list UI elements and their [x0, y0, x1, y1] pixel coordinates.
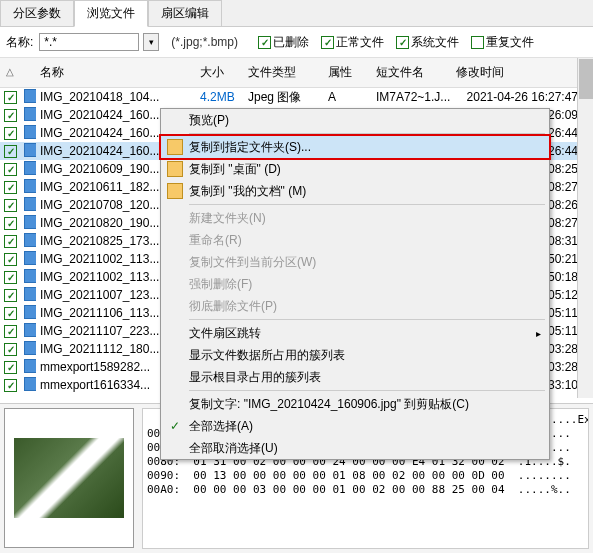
menu-copy-to-desktop-label: 复制到 "桌面" (D) — [189, 161, 281, 178]
row-checkbox[interactable]: ✓ — [4, 127, 17, 140]
checkbox-system[interactable]: ✓ — [396, 36, 409, 49]
row-checkbox[interactable]: ✓ — [4, 235, 17, 248]
file-icon — [24, 215, 36, 229]
row-checkbox[interactable]: ✓ — [4, 379, 17, 392]
menu-separator — [189, 204, 545, 205]
menu-sector-jump[interactable]: 文件扇区跳转▸ — [161, 322, 549, 344]
checkbox-deleted[interactable]: ✓ — [258, 36, 271, 49]
filter-label: 名称: — [6, 34, 33, 51]
row-checkbox[interactable]: ✓ — [4, 271, 17, 284]
file-icon — [24, 143, 36, 157]
header-date[interactable]: 修改时间 — [452, 62, 582, 83]
menu-new-folder: 新建文件夹(N) — [161, 207, 549, 229]
file-icon — [24, 269, 36, 283]
column-headers: △ 名称 大小 文件类型 属性 短文件名 修改时间 — [0, 58, 593, 88]
menu-copy-to-docs[interactable]: 复制到 "我的文档" (M) — [161, 180, 549, 202]
file-icon — [24, 197, 36, 211]
folder-icon — [167, 183, 183, 199]
tab-sector-edit[interactable]: 扇区编辑 — [148, 0, 222, 26]
row-checkbox[interactable]: ✓ — [4, 181, 17, 194]
file-icon — [24, 251, 36, 265]
menu-copy-text[interactable]: 复制文字: "IMG_20210424_160906.jpg" 到剪贴板(C) — [161, 393, 549, 415]
menu-select-all-label: 全部选择(A) — [189, 418, 253, 435]
file-icon — [24, 125, 36, 139]
file-icon — [24, 233, 36, 247]
file-icon — [24, 305, 36, 319]
file-icon — [24, 287, 36, 301]
check-icon: ✓ — [167, 418, 183, 434]
row-checkbox[interactable]: ✓ — [4, 145, 17, 158]
row-checkbox[interactable]: ✓ — [4, 217, 17, 230]
file-icon — [24, 377, 36, 391]
menu-copy-to-desktop[interactable]: 复制到 "桌面" (D) — [161, 158, 549, 180]
file-attr: A — [324, 90, 372, 104]
scroll-thumb[interactable] — [579, 59, 593, 99]
row-checkbox[interactable]: ✓ — [4, 109, 17, 122]
tab-partition-params[interactable]: 分区参数 — [0, 0, 74, 26]
folder-icon — [167, 139, 183, 155]
checkbox-normal[interactable]: ✓ — [321, 36, 334, 49]
file-name: IMG_20210418_104... — [36, 90, 196, 104]
sort-indicator-icon: △ — [6, 66, 14, 77]
checkbox-system-label: 系统文件 — [411, 34, 459, 51]
file-icon — [24, 179, 36, 193]
row-checkbox[interactable]: ✓ — [4, 343, 17, 356]
menu-show-data-clusters[interactable]: 显示文件数据所占用的簇列表 — [161, 344, 549, 366]
vertical-scrollbar[interactable] — [577, 58, 593, 398]
menu-copy-to-folder[interactable]: 复制到指定文件夹(S)... — [159, 134, 551, 160]
tab-browse-files[interactable]: 浏览文件 — [74, 0, 148, 27]
image-thumbnail — [4, 408, 134, 548]
file-type: Jpeg 图像 — [244, 89, 324, 106]
menu-sector-jump-label: 文件扇区跳转 — [189, 325, 261, 342]
header-short[interactable]: 短文件名 — [372, 62, 452, 83]
header-attr[interactable]: 属性 — [324, 62, 372, 83]
filter-extensions: (*.jpg;*.bmp) — [171, 35, 238, 49]
folder-icon — [167, 161, 183, 177]
thumbnail-image — [14, 438, 124, 518]
file-short: IM7A72~1.J... — [372, 90, 452, 104]
file-icon — [24, 161, 36, 175]
row-checkbox[interactable]: ✓ — [4, 325, 17, 338]
checkbox-normal-label: 正常文件 — [336, 34, 384, 51]
submenu-arrow-icon: ▸ — [536, 328, 541, 339]
file-icon — [24, 107, 36, 121]
menu-separator — [189, 390, 545, 391]
row-checkbox[interactable]: ✓ — [4, 199, 17, 212]
filter-bar: 名称: ▾ (*.jpg;*.bmp) ✓已删除 ✓正常文件 ✓系统文件 ✓重复… — [0, 27, 593, 58]
file-date: 2021-04-26 16:27:47 — [452, 90, 582, 104]
header-name[interactable]: 名称 — [36, 62, 196, 83]
filter-dropdown-button[interactable]: ▾ — [143, 33, 159, 51]
row-checkbox[interactable]: ✓ — [4, 253, 17, 266]
tab-bar: 分区参数 浏览文件 扇区编辑 — [0, 0, 593, 27]
checkbox-repeat[interactable]: ✓ — [471, 36, 484, 49]
menu-copy-to-docs-label: 复制到 "我的文档" (M) — [189, 183, 306, 200]
menu-copy-to-partition: 复制文件到当前分区(W) — [161, 251, 549, 273]
row-checkbox[interactable]: ✓ — [4, 361, 17, 374]
context-menu: 预览(P) 复制到指定文件夹(S)... 复制到 "桌面" (D) 复制到 "我… — [160, 108, 550, 460]
header-size[interactable]: 大小 — [196, 62, 244, 83]
menu-deselect-all[interactable]: 全部取消选择(U) — [161, 437, 549, 459]
file-icon — [24, 341, 36, 355]
file-icon — [24, 359, 36, 373]
file-row[interactable]: ✓IMG_20210418_104...4.2MBJpeg 图像AIM7A72~… — [0, 88, 593, 106]
menu-rename: 重命名(R) — [161, 229, 549, 251]
row-checkbox[interactable]: ✓ — [4, 163, 17, 176]
menu-show-root-clusters[interactable]: 显示根目录占用的簇列表 — [161, 366, 549, 388]
file-icon — [24, 323, 36, 337]
menu-preview[interactable]: 预览(P) — [161, 109, 549, 131]
menu-select-all[interactable]: ✓全部选择(A) — [161, 415, 549, 437]
menu-copy-to-folder-label: 复制到指定文件夹(S)... — [189, 139, 311, 156]
file-size: 4.2MB — [196, 90, 244, 104]
row-checkbox[interactable]: ✓ — [4, 307, 17, 320]
header-type[interactable]: 文件类型 — [244, 62, 324, 83]
menu-force-delete: 强制删除(F) — [161, 273, 549, 295]
menu-purge-delete: 彻底删除文件(P) — [161, 295, 549, 317]
row-checkbox[interactable]: ✓ — [4, 91, 17, 104]
checkbox-repeat-label: 重复文件 — [486, 34, 534, 51]
row-checkbox[interactable]: ✓ — [4, 289, 17, 302]
menu-separator — [189, 319, 545, 320]
checkbox-deleted-label: 已删除 — [273, 34, 309, 51]
filter-input[interactable] — [39, 33, 139, 51]
file-icon — [24, 89, 36, 103]
